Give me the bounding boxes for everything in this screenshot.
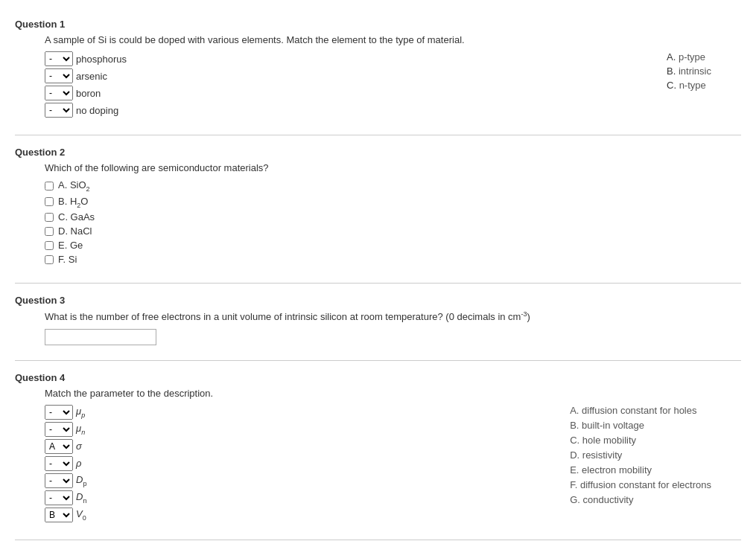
q4-select-dp[interactable]: -ABCDEFG — [45, 473, 73, 488]
q1-label-boron: boron — [76, 88, 101, 99]
q4-answer-D: D. resistivity — [570, 449, 711, 461]
q4-row-mun: -ABCDEFG μn — [45, 422, 86, 437]
q2-text: Which of the following are semiconductor… — [45, 162, 741, 173]
q4-answer-A: A. diffusion constant for holes — [570, 405, 711, 416]
question-2-block: Question 2 Which of the following are se… — [15, 135, 741, 284]
q4-row-dn: -ABCDEFG Dn — [45, 490, 86, 505]
q4-answer-B: B. built-in voltage — [570, 420, 711, 431]
q4-row-dp: -ABCDEFG Dp — [45, 473, 86, 488]
q4-answer-F: F. diffusion constant for electrons — [570, 479, 711, 490]
q4-label-v0: V0 — [76, 508, 86, 522]
q2-label-h2o: B. H2O — [58, 196, 88, 209]
q4-select-rho[interactable]: -ABCDEFG — [45, 456, 73, 471]
q1-label-arsenic: arsenic — [76, 71, 107, 82]
q2-checkbox-nacl[interactable] — [45, 227, 54, 236]
question-3-block: Question 3 What is the number of free el… — [15, 284, 741, 360]
q4-select-dn[interactable]: -ABCDEFG — [45, 490, 73, 505]
q4-row-v0: -ABCDEFG V0 — [45, 508, 86, 522]
q4-text: Match the parameter to the description. — [45, 388, 741, 399]
q2-row-nacl: D. NaCl — [45, 225, 741, 237]
q1-row-nodoping: -ABC no doping — [45, 103, 127, 118]
q2-row-ge: E. Ge — [45, 240, 741, 251]
q2-checkbox-ge[interactable] — [45, 241, 54, 250]
q3-text: What is the number of free electrons in … — [45, 310, 741, 322]
q2-checkbox-h2o[interactable] — [45, 197, 54, 206]
q4-label-sigma: σ — [76, 441, 82, 452]
q4-label-dn: Dn — [76, 491, 86, 505]
q2-label-si: F. Si — [58, 254, 77, 265]
q4-label-mup: μp — [76, 406, 85, 419]
q2-row-si: F. Si — [45, 254, 741, 265]
q1-row-arsenic: -ABC arsenic — [45, 68, 127, 83]
q1-select-phosphorus[interactable]: -ABC — [45, 51, 73, 66]
q4-row-sigma: -ABCDEFG σ — [45, 439, 86, 454]
q1-row-phosphorus: -ABC phosphorus — [45, 51, 127, 66]
q4-select-mun[interactable]: -ABCDEFG — [45, 422, 73, 437]
q1-row-boron: -ABC boron — [45, 86, 127, 100]
q4-items: -ABCDEFG μp -ABCDEFG μn -ABCDEFG σ — [15, 405, 86, 525]
question-1-block: Question 1 A sample of Si is could be do… — [15, 7, 741, 135]
q4-answer-G: G. conductivity — [570, 494, 711, 505]
q1-select-arsenic[interactable]: -ABC — [45, 68, 73, 83]
q4-select-v0[interactable]: -ABCDEFG — [45, 508, 73, 522]
q1-title: Question 1 — [15, 19, 741, 30]
q1-label-phosphorus: phosphorus — [76, 54, 127, 65]
q1-answer-B: B. intrinsic — [667, 65, 711, 77]
q2-row-gaas: C. GaAs — [45, 211, 741, 223]
q1-answers: A. p-type B. intrinsic C. n-type — [667, 51, 711, 94]
q4-answer-E: E. electron mobility — [570, 464, 711, 476]
q3-title: Question 3 — [15, 295, 741, 306]
q2-label-ge: E. Ge — [58, 240, 83, 251]
q4-answer-C: C. hole mobility — [570, 435, 711, 446]
q4-row-mup: -ABCDEFG μp — [45, 405, 86, 420]
q3-input-row — [45, 329, 741, 345]
q4-label-dp: Dp — [76, 474, 86, 487]
q1-label-nodoping: no doping — [76, 105, 118, 116]
q4-label-mun: μn — [76, 423, 85, 436]
q2-checkbox-si[interactable] — [45, 255, 54, 264]
q2-label-sio2: A. SiO2 — [58, 179, 90, 193]
q2-checkbox-sio2[interactable] — [45, 182, 54, 191]
q4-row-rho: -ABCDEFG ρ — [45, 456, 86, 471]
q2-label-nacl: D. NaCl — [58, 225, 92, 237]
q1-answer-A: A. p-type — [667, 51, 711, 63]
q1-select-boron[interactable]: -ABC — [45, 86, 73, 100]
q2-label-gaas: C. GaAs — [58, 211, 95, 223]
q1-select-nodoping[interactable]: -ABC — [45, 103, 73, 118]
q2-row-h2o: B. H2O — [45, 196, 741, 209]
q4-title: Question 4 — [15, 372, 741, 383]
q4-select-sigma[interactable]: -ABCDEFG — [45, 439, 73, 454]
q2-checkbox-gaas[interactable] — [45, 213, 54, 222]
question-4-block: Question 4 Match the parameter to the de… — [15, 361, 741, 540]
q2-title: Question 2 — [15, 147, 741, 158]
q3-answer-input[interactable] — [45, 329, 156, 345]
q2-row-sio2: A. SiO2 — [45, 179, 741, 193]
q1-text: A sample of Si is could be doped with va… — [45, 34, 741, 45]
q1-items: -ABC phosphorus -ABC arsenic -ABC boron — [15, 51, 127, 120]
q4-select-mup[interactable]: -ABCDEFG — [45, 405, 73, 420]
q4-label-rho: ρ — [76, 458, 81, 469]
q4-answers: A. diffusion constant for holes B. built… — [570, 405, 711, 509]
q1-answer-C: C. n-type — [667, 80, 711, 91]
